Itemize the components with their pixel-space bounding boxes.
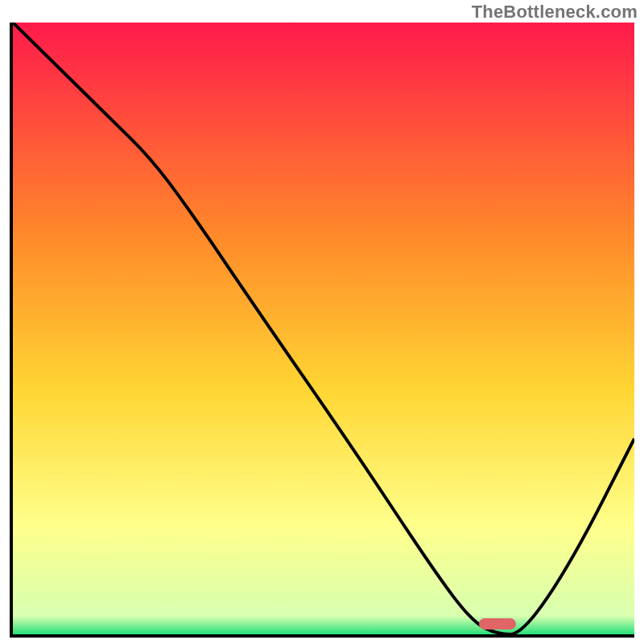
watermark-text: TheBottleneck.com — [472, 2, 638, 23]
chart-container: TheBottleneck.com — [0, 0, 644, 644]
optimal-marker — [479, 618, 516, 630]
plot-area — [10, 23, 634, 638]
chart-svg — [13, 23, 634, 634]
